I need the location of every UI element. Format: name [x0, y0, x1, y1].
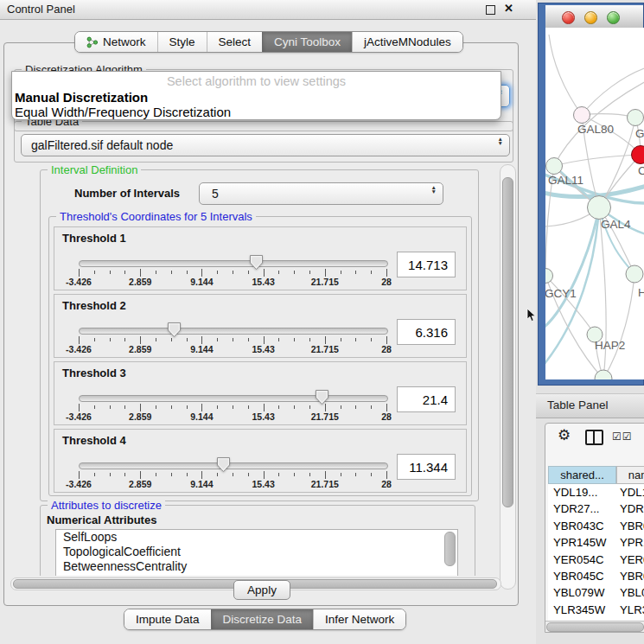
close-traffic-light-icon[interactable]: [562, 11, 575, 24]
cell-shared-name[interactable]: YPR145W: [548, 534, 616, 551]
network-node-gal4[interactable]: [588, 196, 611, 220]
zoom-traffic-light-icon[interactable]: [607, 11, 620, 24]
algorithm-prompt-item[interactable]: Select algorithm to view settings: [12, 72, 501, 90]
tab-label: Style: [169, 35, 195, 48]
cell-name[interactable]: YPR1: [616, 534, 644, 551]
cell-shared-name[interactable]: YBR043C: [548, 518, 616, 534]
threshold-box: Threshold 4 -3.4262.8599.14415.4321.7152…: [54, 429, 467, 493]
tab-jactivemnodules[interactable]: jActiveMNodules: [352, 32, 462, 52]
tab-infer-network[interactable]: Infer Network: [313, 609, 405, 629]
table-row-yer054c[interactable]: YER054CYER0: [548, 552, 644, 568]
axis-tick-label: 21.715: [311, 277, 339, 287]
vertical-scrollbar[interactable]: [500, 164, 516, 590]
axis-tick-label: 21.715: [311, 479, 339, 489]
tab-cyni-toolbox[interactable]: Cyni Toolbox: [262, 32, 352, 52]
attribute-item-selfloops[interactable]: SelfLoops: [56, 530, 457, 545]
axis-tick-label: 15.43: [252, 411, 274, 422]
tab-network[interactable]: Network: [75, 32, 157, 52]
numerical-attributes-list[interactable]: SelfLoopsTopologicalCoefficientBetweenne…: [55, 529, 458, 576]
gear-icon[interactable]: ⚙: [558, 426, 571, 444]
axis-tick-label: 2.859: [129, 277, 151, 287]
network-window-titlebar[interactable]: [545, 5, 643, 29]
tab-impute-data[interactable]: Impute Data: [124, 609, 211, 629]
cell-name[interactable]: YDL1: [616, 484, 644, 501]
cell-name[interactable]: YDR2: [616, 501, 644, 517]
apply-button[interactable]: Apply: [233, 580, 290, 600]
close-icon[interactable]: ✕: [504, 2, 513, 15]
axis-tick-label: -3.426: [66, 479, 92, 489]
table-row-ybl079w[interactable]: YBL079WYBL0: [548, 584, 644, 601]
columns-icon[interactable]: [585, 430, 603, 445]
threshold-box: Threshold 3 -3.4262.8599.14415.4321.7152…: [54, 361, 467, 425]
bottom-tab-bar: Impute DataDiscretize DataInfer Network: [124, 609, 406, 630]
table-toolbar: ⚙ ☑☑: [545, 424, 644, 450]
cell-shared-name[interactable]: YER054C: [548, 552, 616, 568]
node-label-ga: GA: [635, 127, 644, 140]
table-horizontal-scrollbar[interactable]: [545, 621, 644, 632]
threshold-value-field[interactable]: 14.713: [397, 252, 456, 277]
slider-thumb[interactable]: [315, 389, 329, 405]
table-row-ybr043c[interactable]: YBR043CYBR0: [548, 518, 644, 534]
cell-shared-name[interactable]: YBL079W: [548, 584, 616, 601]
table-data-combo[interactable]: galFiltered.sif default node ▲▼: [21, 134, 510, 156]
column-header-name[interactable]: name: [616, 466, 644, 484]
cell-name[interactable]: YER0: [616, 552, 644, 568]
network-node-gcy1[interactable]: [545, 269, 553, 284]
list-scrollbar-thumb[interactable]: [444, 532, 456, 566]
network-node-h[interactable]: [626, 265, 643, 283]
threshold-label: Threshold 1: [62, 232, 126, 245]
cell-shared-name[interactable]: YDR27...: [548, 501, 616, 517]
slider-thumb[interactable]: [167, 322, 182, 338]
algorithm-option-manual-discretization[interactable]: Manual Discretization: [12, 90, 501, 105]
threshold-value-field[interactable]: 11.344: [397, 454, 456, 480]
cell-shared-name[interactable]: YBR045C: [548, 568, 616, 584]
slider-track[interactable]: [79, 328, 388, 335]
table-row-ylr345w[interactable]: YLR345WYLR3: [548, 602, 644, 618]
cell-name[interactable]: YBR0: [616, 568, 644, 584]
network-canvas[interactable]: GAL80GACGAL11GAL4GCY1HHAP2: [545, 28, 644, 379]
table-row-ypr145w[interactable]: YPR145WYPR1: [548, 534, 644, 551]
slider-axis-labels: -3.4262.8599.14415.4321.71528: [79, 277, 387, 287]
column-header-shared[interactable]: shared...: [548, 466, 616, 484]
attribute-item-topologicalcoefficient[interactable]: TopologicalCoefficient: [56, 545, 457, 559]
slider-thumb[interactable]: [216, 456, 231, 473]
tab-select[interactable]: Select: [207, 32, 263, 52]
threshold-value-field[interactable]: 21.4: [397, 386, 456, 412]
threshold-value-field[interactable]: 6.316: [397, 319, 456, 345]
threshold-label: Threshold 2: [62, 299, 126, 312]
slider-track[interactable]: [79, 395, 388, 402]
cell-name[interactable]: YLR3: [616, 602, 644, 618]
table-row-ybr045c[interactable]: YBR045CYBR0: [548, 568, 644, 584]
tab-label: Network: [103, 35, 146, 48]
cell-name[interactable]: YBR0: [616, 518, 644, 534]
node-label-gal4: GAL4: [601, 218, 631, 231]
cell-shared-name[interactable]: YDL19...: [548, 484, 616, 501]
tab-discretize-data[interactable]: Discretize Data: [211, 609, 314, 629]
network-node-gal80[interactable]: [574, 107, 590, 124]
table-row-ydl19[interactable]: YDL19...YDL1: [548, 484, 644, 501]
network-view-window[interactable]: GAL80GACGAL11GAL4GCY1HHAP2: [538, 3, 644, 386]
vertical-scrollbar-thumb[interactable]: [502, 177, 513, 507]
algorithm-option-equal-width-frequency-discretization[interactable]: Equal Width/Frequency Discretization: [12, 105, 501, 119]
cell-shared-name[interactable]: YLR345W: [548, 602, 616, 618]
number-of-intervals-spinner[interactable]: 5 ▲▼: [199, 182, 443, 205]
threshold-label: Threshold 4: [62, 434, 126, 447]
axis-tick-label: -3.426: [66, 411, 92, 422]
network-node-ga[interactable]: [628, 110, 644, 126]
table-horizontal-scrollbar-thumb[interactable]: [546, 622, 644, 632]
attribute-item-betweennesscentrality[interactable]: BetweennessCentrality: [56, 559, 457, 574]
slider-track[interactable]: [79, 260, 388, 267]
network-node-c[interactable]: [632, 146, 644, 164]
float-window-icon[interactable]: [486, 5, 495, 15]
slider-axis-labels: -3.4262.8599.14415.4321.71528: [79, 344, 387, 354]
tab-style[interactable]: Style: [157, 32, 207, 52]
table-row-ydr27[interactable]: YDR27...YDR2: [548, 501, 644, 517]
cell-name[interactable]: YBL0: [616, 584, 644, 601]
slider-track[interactable]: [79, 462, 388, 469]
tab-label: Select: [219, 35, 252, 48]
minimize-traffic-light-icon[interactable]: [584, 11, 597, 24]
combo-arrows-icon: ▲▼: [498, 137, 503, 145]
network-node-gal11[interactable]: [546, 158, 563, 175]
slider-thumb[interactable]: [249, 254, 264, 271]
checkbox-icons[interactable]: ☑☑: [612, 430, 633, 443]
